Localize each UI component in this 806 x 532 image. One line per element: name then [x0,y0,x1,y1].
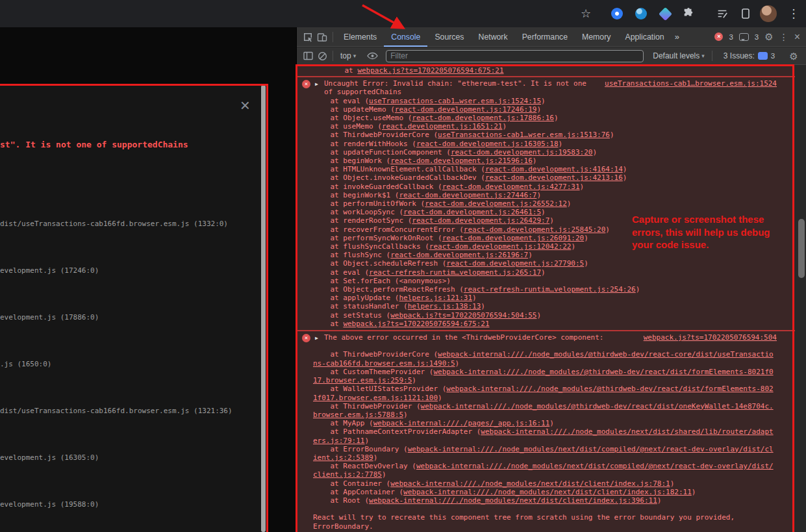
devtools-menu-icon[interactable]: ⋮ [779,32,788,42]
source-link[interactable]: react-dom.development.js:19583:20 [451,148,593,157]
source-link[interactable]: react-dom.development.js:27446:7 [399,191,536,199]
extension-icon-blue[interactable] [609,0,625,27]
console-sidebar-icon[interactable] [301,49,315,63]
live-expression-eye-icon[interactable] [365,49,379,63]
stack-frame: at MyApp (webpack-internal:///./pages/_a… [313,419,777,427]
message-count[interactable]: 3 [755,33,759,41]
source-link[interactable]: react-dom.development.js:4277:31 [442,183,580,191]
settings-gear-icon[interactable]: ⚙ [764,32,773,42]
stack-frame: at workLoopSync (react-dom.development.j… [313,208,777,216]
tab-memory[interactable]: Memory [575,27,618,47]
console-filter-input[interactable] [386,50,644,62]
context-selector[interactable]: top ▾ [336,51,360,60]
expand-triangle-icon[interactable]: ▶ [315,80,318,88]
extensions-puzzle-icon[interactable] [681,0,696,27]
overlay-stack-frame: evelopment.js (17246:0) [0,266,258,275]
tab-console[interactable]: Console [384,27,427,47]
overlay-stack-frame: .js (1650:0) [0,360,258,369]
source-link[interactable]: webpack-internal:///./pages/_app.js:16:1… [373,419,550,427]
source-link[interactable]: react-dom.development.js:17246:19 [395,105,537,114]
tab-performance[interactable]: Performance [515,27,575,47]
extension-icon-gem[interactable] [657,0,673,27]
source-link[interactable]: helpers.js:121:31 [399,294,472,302]
message-bubble-icon[interactable] [739,33,749,41]
divider [333,32,333,42]
inspect-glyph [303,32,313,42]
stack-frame: at applyUpdate (helpers.js:121:31) [313,294,777,302]
overlay-scrollbar[interactable] [261,85,266,532]
source-link[interactable]: react-dom.development.js:25845:20 [464,225,606,234]
source-link[interactable]: react-refresh-runtim…velopment.js:265:17 [369,268,541,277]
source-link[interactable]: react-dom.development.js:26461:5 [403,208,541,216]
source-link[interactable]: react-dom.development.js:16305:18 [416,140,559,148]
close-icon[interactable]: × [240,97,250,114]
stack-frame: at invokeGuardedCallback (react-dom.deve… [313,183,777,191]
source-link[interactable]: webpack-internal:///./node_modules/next/… [403,488,692,496]
profile-avatar[interactable] [760,0,777,27]
source-link[interactable]: react-dom.development.js:4164:14 [485,165,623,173]
source-link[interactable]: react-dom.development.js:26429:7 [412,216,549,225]
scrollbar-thumb[interactable] [798,219,805,278]
source-link[interactable]: react.development.js:1651:21 [382,122,502,131]
inspect-element-icon[interactable] [301,30,315,44]
expand-triangle-icon[interactable]: ▶ [315,334,318,342]
eye-glyph [367,52,378,60]
stack-frame: at Container (webpack-internal:///./node… [313,479,777,488]
stack-frame: at Object.scheduleRefresh (react-dom.dev… [313,259,777,268]
issues-label: 3 Issues: [724,51,755,60]
divider [712,51,712,61]
source-link[interactable]: webpack-internal:///./node_modules/next/… [369,496,657,505]
overlay-stack-frame: dist/useTransactions-cab166fd.browser.es… [0,220,258,229]
source-link[interactable]: react-dom.development.js:27790:5 [446,259,584,268]
source-link[interactable]: useTransactions-cab1…wser.esm.js:1513:76 [438,131,610,139]
tabbar-right-cluster: × 3 3 ⚙ ⋮ × [714,31,806,43]
log-levels-selector[interactable]: Default levels ▾ [649,51,709,60]
source-link[interactable]: webpack-internal:///./node_modules/next/… [390,479,670,488]
devtools-close-icon[interactable]: × [794,31,800,43]
source-link[interactable]: react-dom.development.js:26091:20 [442,234,585,242]
issues-counter[interactable]: 3 Issues: 3 [724,51,775,60]
source-link[interactable]: webpack.js?ts=1702205076594:675:21 [357,66,503,75]
console-settings-gear-icon[interactable]: ⚙ [787,49,801,63]
stack-frame: at Root (webpack-internal:///./node_modu… [313,496,777,505]
error-count[interactable]: 3 [729,33,733,41]
devtools-tabs: ElementsConsoleSourcesNetworkPerformance… [336,27,672,47]
device-glyph [740,8,751,19]
tab-sources[interactable]: Sources [427,27,471,47]
source-link[interactable]: react-dom.development.js:12042:22 [429,242,572,251]
tab-elements[interactable]: Elements [336,27,384,47]
source-link[interactable]: react-dom.development.js:26196:7 [390,251,528,259]
error-count-icon[interactable]: × [714,32,723,41]
device-toolbar-icon[interactable] [315,30,329,44]
source-link[interactable]: useTransactions-cab1…wser.esm.js:1524:15 [369,97,541,105]
clear-console-icon[interactable] [315,49,329,63]
tab-device-icon[interactable] [738,0,753,27]
source-link[interactable]: react-dom.development.js:4213:16 [485,173,623,182]
tab-network[interactable]: Network [472,27,515,47]
browser-menu-icon[interactable]: ⋮ [787,0,800,27]
extension-icon-globe[interactable] [633,0,649,27]
stack-frame: at HTMLUnknownElement.callCallback (reac… [313,165,777,173]
source-link[interactable]: webpack.js?ts=1702205076594:675:21 [343,320,489,328]
error-source-link[interactable]: webpack.js?ts=1702205076594:504 [644,333,777,342]
reading-list-icon[interactable] [714,0,730,27]
console-error-2: × ▶ webpack.js?ts=1702205076594:504 The … [297,331,795,532]
source-link[interactable]: webpack.js?ts=1702205076594:504:55 [390,311,536,320]
stack-frame: at performUnitOfWork (react-dom.developm… [313,199,777,208]
error-source-link[interactable]: useTransactions-cab1…browser.esm.js:1524 [605,79,777,88]
source-link[interactable]: react-dom.development.js:21596:16 [390,157,533,165]
more-tabs-button[interactable]: » [672,32,683,42]
error-overlay-modal: × st". It is not one of supportedChains … [0,85,267,532]
source-link[interactable]: react-dom.development.js:17886:16 [412,114,554,122]
stack-frame: at useMemo (react.development.js:1651:21… [313,122,777,131]
tab-application[interactable]: Application [618,27,671,47]
source-link[interactable]: react-dom.development.js:26552:12 [425,199,567,208]
gem-icon [658,6,672,20]
bookmark-star-icon[interactable]: ☆ [578,0,594,27]
overlay-stack-frame: evelopment.js (19588:0) [0,500,258,509]
stack-frame: at webpack.js?ts=1702205076594:675:21 [313,320,777,328]
stack-frame: at beginWork (react-dom.development.js:2… [313,157,777,165]
source-link[interactable]: helpers.js:138:13 [408,302,481,310]
source-link[interactable]: react-refresh-runtim…velopment.js:254:26 [464,285,636,294]
console-scrollbar[interactable] [798,65,805,532]
